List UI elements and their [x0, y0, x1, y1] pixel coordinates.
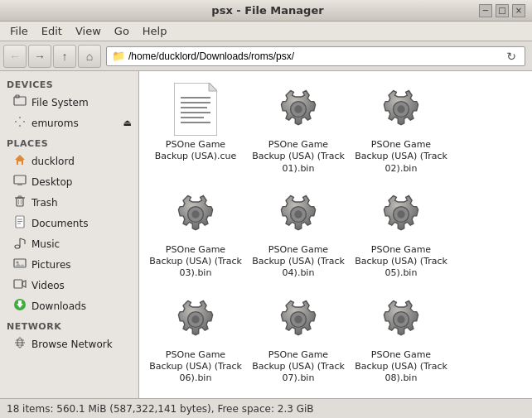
svg-marker-38	[209, 83, 217, 91]
svg-point-56	[191, 315, 199, 323]
menubar: File Edit View Go Help	[0, 22, 532, 41]
address-input[interactable]	[128, 50, 503, 62]
titlebar: psx - File Manager − □ ×	[0, 0, 532, 22]
file-item[interactable]: PSOne Game Backup (USA) (Track 08).bin	[351, 288, 451, 390]
svg-point-46	[294, 105, 302, 113]
places-header: PLACES	[0, 133, 138, 151]
menu-view[interactable]: View	[69, 23, 108, 39]
documents-label: Documents	[31, 218, 88, 229]
sidebar-item-videos[interactable]: Videos	[0, 275, 138, 295]
home-button[interactable]: ⌂	[78, 45, 101, 68]
pictures-label: Pictures	[31, 259, 71, 271]
svg-line-22	[20, 238, 25, 240]
sidebar-item-emuroms[interactable]: emuroms ⏏	[0, 113, 138, 133]
sidebar-item-desktop[interactable]: Desktop	[0, 171, 138, 192]
sidebar-item-ducklord[interactable]: ducklord	[0, 151, 138, 171]
svg-marker-26	[14, 263, 26, 267]
network-header: NETWORK	[0, 316, 138, 334]
svg-rect-13	[18, 196, 22, 198]
svg-point-60	[397, 315, 404, 323]
svg-point-52	[294, 210, 302, 218]
maximize-button[interactable]: □	[496, 4, 509, 17]
file-item[interactable]	[249, 393, 348, 398]
gear-icon	[272, 188, 325, 241]
svg-point-54	[397, 210, 404, 218]
emuroms-label: emuroms	[31, 118, 79, 129]
file-item[interactable]: PSOne Game Backup (USA).cue	[146, 78, 245, 180]
videos-label: Videos	[31, 280, 65, 291]
svg-rect-31	[18, 300, 22, 305]
videos-icon	[13, 277, 27, 293]
file-item[interactable]	[146, 393, 245, 398]
svg-rect-9	[14, 175, 26, 184]
sidebar-item-downloads[interactable]: Downloads	[0, 295, 138, 316]
menu-file[interactable]: File	[3, 23, 35, 39]
sidebar: DEVICES File System emuroms ⏏ PLAC	[0, 71, 139, 398]
file-item[interactable]: PSOne Game Backup (USA) (Track 04).bin	[249, 183, 348, 285]
sidebar-item-documents[interactable]: Documents	[0, 213, 138, 233]
desktop-icon	[13, 174, 27, 190]
svg-point-25	[17, 262, 19, 264]
file-item[interactable]: PSOne Game Backup (USA) (Track 01).bin	[249, 78, 348, 180]
downloads-icon	[13, 298, 27, 314]
folder-icon: 📁	[112, 50, 125, 62]
file-item[interactable]: PSOne Game Backup (USA) (Track 07).bin	[249, 288, 348, 390]
close-button[interactable]: ×	[512, 4, 525, 17]
emuroms-icon	[13, 115, 27, 131]
address-bar[interactable]: 📁 ↻	[106, 46, 525, 66]
statusbar: 18 items: 560.1 MiB (587,322,141 bytes),…	[0, 398, 532, 418]
minimize-button[interactable]: −	[479, 4, 492, 17]
window-controls[interactable]: − □ ×	[479, 4, 525, 17]
up-button[interactable]: ↑	[53, 45, 76, 68]
back-button[interactable]: ←	[3, 45, 27, 68]
gear-icon	[272, 293, 325, 346]
gear-icon	[272, 83, 325, 136]
refresh-button[interactable]: ↻	[503, 48, 520, 65]
network-icon	[13, 336, 27, 352]
file-item[interactable]: PSOne Game Backup (USA) (Track 05).bin	[351, 183, 451, 285]
window-title: psx - File Manager	[56, 4, 479, 17]
svg-rect-27	[14, 280, 22, 288]
file-label: PSOne Game Backup (USA) (Track 07).bin	[252, 349, 345, 385]
file-item[interactable]: PSOne Game Backup (USA) (Track 02).bin	[351, 78, 451, 180]
menu-go[interactable]: Go	[108, 23, 136, 39]
devices-header: DEVICES	[0, 74, 138, 92]
sidebar-item-music[interactable]: Music	[0, 233, 138, 254]
svg-rect-11	[17, 198, 23, 206]
toolbar: ← → ↑ ⌂ 📁 ↻	[0, 41, 532, 71]
main-area: DEVICES File System emuroms ⏏ PLAC	[0, 71, 532, 398]
gear-icon	[169, 188, 222, 241]
file-item[interactable]	[351, 393, 451, 398]
gear-icon	[375, 188, 428, 241]
gear-icon	[375, 293, 428, 346]
eject-button[interactable]: ⏏	[123, 118, 132, 128]
forward-button[interactable]: →	[28, 45, 51, 68]
file-area: PSOne Game Backup (USA).cue PSOne Game B…	[139, 71, 532, 398]
filesystem-label: File System	[31, 97, 89, 108]
svg-point-20	[15, 245, 20, 248]
file-label: PSOne Game Backup (USA) (Track 03).bin	[149, 244, 242, 280]
downloads-label: Downloads	[31, 300, 86, 312]
file-item[interactable]: PSOne Game Backup (USA) (Track 06).bin	[146, 288, 245, 390]
svg-marker-8	[15, 155, 25, 165]
sidebar-item-pictures[interactable]: Pictures	[0, 254, 138, 275]
menu-edit[interactable]: Edit	[35, 23, 69, 39]
sidebar-item-filesystem[interactable]: File System	[0, 92, 138, 113]
sidebar-item-trash[interactable]: Trash	[0, 192, 138, 213]
svg-point-48	[397, 105, 404, 113]
menu-help[interactable]: Help	[136, 23, 174, 39]
trash-label: Trash	[31, 197, 58, 209]
file-label: PSOne Game Backup (USA) (Track 02).bin	[355, 139, 447, 175]
documents-icon	[13, 215, 27, 231]
file-label: PSOne Game Backup (USA) (Track 05).bin	[355, 244, 447, 280]
ducklord-label: ducklord	[31, 156, 75, 167]
sidebar-item-browse-network[interactable]: Browse Network	[0, 334, 138, 354]
svg-rect-10	[17, 184, 22, 185]
file-label: PSOne Game Backup (USA) (Track 06).bin	[149, 349, 242, 385]
gear-icon	[375, 83, 428, 136]
file-grid: PSOne Game Backup (USA).cue PSOne Game B…	[146, 78, 525, 398]
gear-icon	[169, 293, 222, 346]
trash-icon	[13, 195, 27, 210]
file-item[interactable]: PSOne Game Backup (USA) (Track 03).bin	[146, 183, 245, 285]
home-icon	[13, 153, 27, 169]
